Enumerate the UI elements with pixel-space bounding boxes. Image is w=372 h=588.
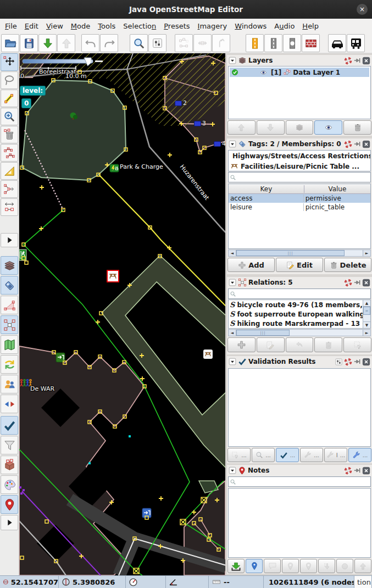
layer-row[interactable]: [1] Data Layer 1	[230, 68, 369, 77]
toggle-command-stack[interactable]	[1, 355, 18, 374]
relations-vscrollbar[interactable]: ▲ = ▼	[363, 300, 370, 328]
menu-windows[interactable]: Windows	[231, 20, 270, 32]
relation-new-button[interactable]	[227, 337, 256, 352]
toggle-layers-panel[interactable]	[1, 256, 18, 275]
scroll-right-icon[interactable]: ►	[363, 330, 370, 336]
pin-icon[interactable]	[353, 57, 361, 64]
relation-item[interactable]: Sbicycle route 49-76 (18 members, inco	[229, 300, 370, 309]
settings-icon[interactable]	[335, 358, 343, 366]
help-icon[interactable]	[344, 57, 352, 65]
help-icon[interactable]	[344, 279, 352, 287]
level-filter-value[interactable]: 0	[22, 99, 31, 108]
layer-merge-button[interactable]	[286, 120, 314, 135]
tool-angle-snap[interactable]	[1, 162, 18, 180]
menu-view[interactable]: View	[42, 20, 67, 32]
close-window-button[interactable]: ×	[357, 4, 368, 15]
close-panel-icon[interactable]	[362, 279, 370, 287]
menu-presets[interactable]: Presets	[160, 20, 193, 32]
save-button[interactable]	[20, 34, 38, 52]
upload-button[interactable]	[57, 34, 75, 52]
layer-delete-button[interactable]	[343, 120, 371, 135]
toggle-validator-panel[interactable]	[1, 416, 18, 435]
menu-audio[interactable]: Audio	[270, 20, 298, 32]
tool-draw-node[interactable]	[1, 90, 18, 107]
redo-button[interactable]	[100, 34, 118, 52]
relation-download-button[interactable]	[286, 337, 314, 352]
toggle-minimap[interactable]	[1, 335, 18, 354]
preset-link-picnic[interactable]: Facilities/Leisure/Picnic Table ...	[229, 161, 370, 171]
toggle-mappaint-panel[interactable]	[1, 475, 18, 494]
tool-parallel-way[interactable]	[1, 144, 18, 162]
scroll-thumb[interactable]: |||	[236, 250, 345, 256]
tag-add-button[interactable]: Add	[227, 258, 275, 272]
undo-button[interactable]	[81, 34, 99, 52]
help-icon[interactable]	[344, 467, 352, 475]
tag-delete-button[interactable]: Delete	[324, 258, 371, 272]
menu-imagery[interactable]: Imagery	[194, 20, 231, 32]
layer-visible-icon[interactable]	[259, 69, 268, 76]
help-icon[interactable]	[344, 140, 352, 148]
preset-major-road-button[interactable]	[246, 34, 264, 52]
collapse-icon[interactable]	[229, 140, 236, 148]
validation-ignore-button[interactable]: I...	[324, 448, 347, 462]
toggle-tags-panel[interactable]	[1, 276, 18, 295]
preset-minor-road-button[interactable]	[264, 34, 282, 52]
toggle-conflicts-panel[interactable]	[1, 395, 18, 413]
relation-item[interactable]: Sfoot superroute European walking rou	[229, 309, 370, 319]
toggle-notes-panel[interactable]	[1, 495, 18, 514]
tags-col-value[interactable]: Value	[304, 185, 370, 193]
tool-lasso[interactable]	[1, 71, 18, 89]
relation-select-button[interactable]	[343, 337, 371, 352]
toggle-authors-panel[interactable]	[1, 375, 18, 393]
collapse-icon[interactable]	[229, 467, 236, 474]
collapse-icon[interactable]	[229, 358, 236, 365]
relations-hscrollbar[interactable]: ◄ ||| ►	[228, 329, 371, 336]
notes-filter-input[interactable]	[228, 476, 371, 487]
turn-restriction-button[interactable]	[212, 34, 230, 52]
tool-select-move[interactable]	[1, 53, 18, 71]
validation-select-button[interactable]: ...	[227, 448, 251, 462]
pin-icon[interactable]	[353, 140, 361, 148]
titlebar[interactable]: Java OpenStreetMap Editor ×	[0, 0, 372, 19]
preset-wall-button[interactable]	[302, 34, 320, 52]
relations-filter-input[interactable]	[228, 289, 371, 299]
download-button[interactable]	[38, 34, 57, 52]
preferences-button[interactable]	[148, 34, 166, 52]
menu-file[interactable]: File	[1, 20, 21, 32]
layer-move-up-button[interactable]	[227, 120, 256, 135]
collapse-icon[interactable]	[229, 57, 236, 64]
tool-merge-node[interactable]	[1, 180, 18, 198]
extrude-button[interactable]	[193, 34, 212, 52]
relation-delete-button[interactable]	[314, 337, 342, 352]
help-icon[interactable]	[344, 358, 352, 366]
menu-edit[interactable]: Edit	[21, 20, 42, 32]
note-add-button[interactable]	[246, 559, 263, 573]
tool-extrude[interactable]	[1, 198, 18, 216]
toggle-relations-panel[interactable]	[1, 315, 18, 334]
status-overflow[interactable]: tion	[354, 576, 372, 588]
validation-run-button[interactable]: ...	[276, 448, 299, 462]
note-close-button[interactable]	[300, 559, 317, 573]
close-panel-icon[interactable]	[362, 140, 370, 148]
note-comment-button[interactable]	[264, 559, 281, 573]
zoom-button[interactable]	[130, 34, 148, 52]
toggle-selection-panel[interactable]	[1, 296, 18, 314]
layer-visibility-button[interactable]	[314, 120, 342, 135]
tags-hscrollbar[interactable]: ◄ ||| ►	[228, 249, 371, 257]
preset-bus-button[interactable]	[347, 34, 365, 52]
note-sort-button[interactable]	[318, 559, 335, 573]
menu-tools[interactable]: Tools	[94, 20, 119, 32]
relation-item[interactable]: Shiking route Marskramerpad - 13 (160	[229, 319, 370, 328]
scroll-down-icon[interactable]: ▼	[363, 321, 370, 328]
scroll-left-icon[interactable]: ◄	[229, 330, 236, 336]
validation-lookup-button[interactable]: ...	[252, 448, 275, 462]
note-open-browser-button[interactable]	[336, 559, 353, 573]
preset-link-access[interactable]: Highways/Streets/Access Restrictions ..	[229, 151, 370, 161]
tags-col-key[interactable]: Key	[229, 185, 304, 193]
tags-filter-input[interactable]	[228, 172, 371, 182]
tag-row-leisure[interactable]: leisure picnic_table	[229, 203, 370, 212]
pin-icon[interactable]	[353, 467, 361, 474]
close-panel-icon[interactable]	[362, 57, 370, 65]
layer-move-down-button[interactable]	[257, 120, 285, 135]
note-resolve-button[interactable]	[282, 559, 299, 573]
